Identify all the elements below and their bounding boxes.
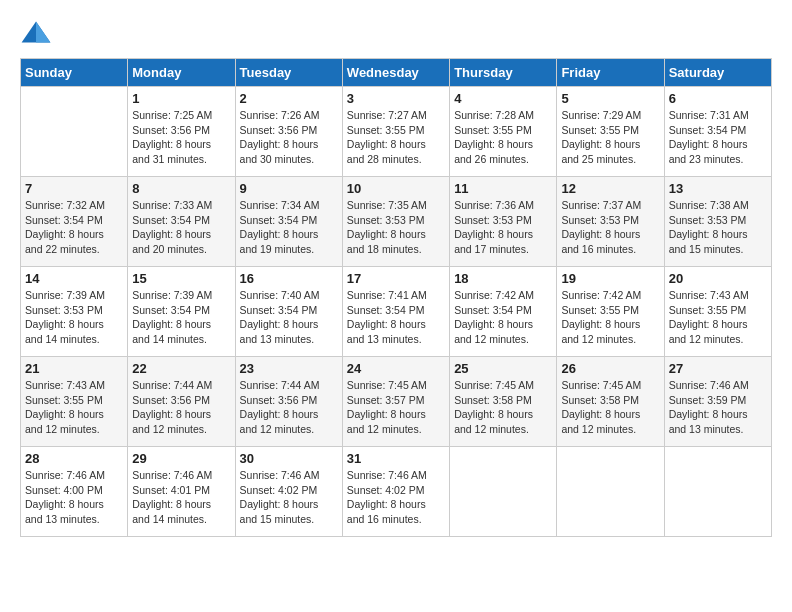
- day-info: Sunrise: 7:32 AMSunset: 3:54 PMDaylight:…: [25, 198, 123, 257]
- day-info: Sunrise: 7:44 AMSunset: 3:56 PMDaylight:…: [132, 378, 230, 437]
- day-number: 11: [454, 181, 552, 196]
- day-number: 30: [240, 451, 338, 466]
- svg-marker-1: [36, 22, 50, 43]
- calendar-cell: [21, 87, 128, 177]
- calendar-week-row: 21Sunrise: 7:43 AMSunset: 3:55 PMDayligh…: [21, 357, 772, 447]
- day-number: 6: [669, 91, 767, 106]
- day-number: 22: [132, 361, 230, 376]
- weekday-header: Sunday: [21, 59, 128, 87]
- day-number: 5: [561, 91, 659, 106]
- day-number: 12: [561, 181, 659, 196]
- day-info: Sunrise: 7:46 AMSunset: 4:01 PMDaylight:…: [132, 468, 230, 527]
- day-info: Sunrise: 7:29 AMSunset: 3:55 PMDaylight:…: [561, 108, 659, 167]
- day-info: Sunrise: 7:39 AMSunset: 3:53 PMDaylight:…: [25, 288, 123, 347]
- day-info: Sunrise: 7:31 AMSunset: 3:54 PMDaylight:…: [669, 108, 767, 167]
- calendar-cell: [557, 447, 664, 537]
- calendar-cell: 16Sunrise: 7:40 AMSunset: 3:54 PMDayligh…: [235, 267, 342, 357]
- day-number: 13: [669, 181, 767, 196]
- calendar-cell: 22Sunrise: 7:44 AMSunset: 3:56 PMDayligh…: [128, 357, 235, 447]
- weekday-header: Saturday: [664, 59, 771, 87]
- day-number: 4: [454, 91, 552, 106]
- calendar-cell: 15Sunrise: 7:39 AMSunset: 3:54 PMDayligh…: [128, 267, 235, 357]
- day-number: 19: [561, 271, 659, 286]
- day-info: Sunrise: 7:35 AMSunset: 3:53 PMDaylight:…: [347, 198, 445, 257]
- logo-icon: [20, 20, 52, 48]
- calendar-week-row: 14Sunrise: 7:39 AMSunset: 3:53 PMDayligh…: [21, 267, 772, 357]
- day-number: 24: [347, 361, 445, 376]
- calendar-cell: 8Sunrise: 7:33 AMSunset: 3:54 PMDaylight…: [128, 177, 235, 267]
- calendar-cell: 12Sunrise: 7:37 AMSunset: 3:53 PMDayligh…: [557, 177, 664, 267]
- day-number: 27: [669, 361, 767, 376]
- day-number: 2: [240, 91, 338, 106]
- calendar-body: 1Sunrise: 7:25 AMSunset: 3:56 PMDaylight…: [21, 87, 772, 537]
- calendar-cell: 13Sunrise: 7:38 AMSunset: 3:53 PMDayligh…: [664, 177, 771, 267]
- day-number: 9: [240, 181, 338, 196]
- calendar-cell: 17Sunrise: 7:41 AMSunset: 3:54 PMDayligh…: [342, 267, 449, 357]
- day-number: 26: [561, 361, 659, 376]
- day-info: Sunrise: 7:44 AMSunset: 3:56 PMDaylight:…: [240, 378, 338, 437]
- day-info: Sunrise: 7:37 AMSunset: 3:53 PMDaylight:…: [561, 198, 659, 257]
- day-info: Sunrise: 7:36 AMSunset: 3:53 PMDaylight:…: [454, 198, 552, 257]
- calendar-cell: 26Sunrise: 7:45 AMSunset: 3:58 PMDayligh…: [557, 357, 664, 447]
- day-number: 8: [132, 181, 230, 196]
- calendar-cell: 1Sunrise: 7:25 AMSunset: 3:56 PMDaylight…: [128, 87, 235, 177]
- weekday-header: Tuesday: [235, 59, 342, 87]
- calendar-cell: 18Sunrise: 7:42 AMSunset: 3:54 PMDayligh…: [450, 267, 557, 357]
- day-info: Sunrise: 7:34 AMSunset: 3:54 PMDaylight:…: [240, 198, 338, 257]
- calendar-cell: 2Sunrise: 7:26 AMSunset: 3:56 PMDaylight…: [235, 87, 342, 177]
- weekday-header: Thursday: [450, 59, 557, 87]
- day-number: 20: [669, 271, 767, 286]
- calendar-table: SundayMondayTuesdayWednesdayThursdayFrid…: [20, 58, 772, 537]
- day-info: Sunrise: 7:39 AMSunset: 3:54 PMDaylight:…: [132, 288, 230, 347]
- calendar-cell: 31Sunrise: 7:46 AMSunset: 4:02 PMDayligh…: [342, 447, 449, 537]
- day-info: Sunrise: 7:38 AMSunset: 3:53 PMDaylight:…: [669, 198, 767, 257]
- calendar-cell: 24Sunrise: 7:45 AMSunset: 3:57 PMDayligh…: [342, 357, 449, 447]
- day-info: Sunrise: 7:42 AMSunset: 3:55 PMDaylight:…: [561, 288, 659, 347]
- day-info: Sunrise: 7:28 AMSunset: 3:55 PMDaylight:…: [454, 108, 552, 167]
- day-info: Sunrise: 7:41 AMSunset: 3:54 PMDaylight:…: [347, 288, 445, 347]
- calendar-cell: 14Sunrise: 7:39 AMSunset: 3:53 PMDayligh…: [21, 267, 128, 357]
- calendar-cell: 19Sunrise: 7:42 AMSunset: 3:55 PMDayligh…: [557, 267, 664, 357]
- calendar-cell: 3Sunrise: 7:27 AMSunset: 3:55 PMDaylight…: [342, 87, 449, 177]
- day-number: 10: [347, 181, 445, 196]
- calendar-cell: 28Sunrise: 7:46 AMSunset: 4:00 PMDayligh…: [21, 447, 128, 537]
- calendar-cell: 29Sunrise: 7:46 AMSunset: 4:01 PMDayligh…: [128, 447, 235, 537]
- calendar-cell: 20Sunrise: 7:43 AMSunset: 3:55 PMDayligh…: [664, 267, 771, 357]
- weekday-header: Friday: [557, 59, 664, 87]
- day-info: Sunrise: 7:43 AMSunset: 3:55 PMDaylight:…: [669, 288, 767, 347]
- calendar-cell: 7Sunrise: 7:32 AMSunset: 3:54 PMDaylight…: [21, 177, 128, 267]
- calendar-cell: 9Sunrise: 7:34 AMSunset: 3:54 PMDaylight…: [235, 177, 342, 267]
- day-number: 1: [132, 91, 230, 106]
- day-number: 25: [454, 361, 552, 376]
- calendar-cell: 11Sunrise: 7:36 AMSunset: 3:53 PMDayligh…: [450, 177, 557, 267]
- day-number: 21: [25, 361, 123, 376]
- day-info: Sunrise: 7:46 AMSunset: 3:59 PMDaylight:…: [669, 378, 767, 437]
- day-info: Sunrise: 7:45 AMSunset: 3:58 PMDaylight:…: [454, 378, 552, 437]
- calendar-cell: 23Sunrise: 7:44 AMSunset: 3:56 PMDayligh…: [235, 357, 342, 447]
- calendar-cell: 30Sunrise: 7:46 AMSunset: 4:02 PMDayligh…: [235, 447, 342, 537]
- day-info: Sunrise: 7:26 AMSunset: 3:56 PMDaylight:…: [240, 108, 338, 167]
- calendar-week-row: 7Sunrise: 7:32 AMSunset: 3:54 PMDaylight…: [21, 177, 772, 267]
- calendar-header: SundayMondayTuesdayWednesdayThursdayFrid…: [21, 59, 772, 87]
- day-number: 7: [25, 181, 123, 196]
- day-info: Sunrise: 7:46 AMSunset: 4:00 PMDaylight:…: [25, 468, 123, 527]
- calendar-cell: [664, 447, 771, 537]
- logo: [20, 20, 56, 48]
- calendar-cell: 21Sunrise: 7:43 AMSunset: 3:55 PMDayligh…: [21, 357, 128, 447]
- weekday-row: SundayMondayTuesdayWednesdayThursdayFrid…: [21, 59, 772, 87]
- day-info: Sunrise: 7:43 AMSunset: 3:55 PMDaylight:…: [25, 378, 123, 437]
- calendar-week-row: 1Sunrise: 7:25 AMSunset: 3:56 PMDaylight…: [21, 87, 772, 177]
- calendar-cell: 6Sunrise: 7:31 AMSunset: 3:54 PMDaylight…: [664, 87, 771, 177]
- day-info: Sunrise: 7:42 AMSunset: 3:54 PMDaylight:…: [454, 288, 552, 347]
- day-number: 29: [132, 451, 230, 466]
- page-header: [20, 20, 772, 48]
- day-info: Sunrise: 7:46 AMSunset: 4:02 PMDaylight:…: [240, 468, 338, 527]
- day-number: 3: [347, 91, 445, 106]
- day-number: 14: [25, 271, 123, 286]
- day-info: Sunrise: 7:46 AMSunset: 4:02 PMDaylight:…: [347, 468, 445, 527]
- day-number: 17: [347, 271, 445, 286]
- day-info: Sunrise: 7:25 AMSunset: 3:56 PMDaylight:…: [132, 108, 230, 167]
- day-info: Sunrise: 7:27 AMSunset: 3:55 PMDaylight:…: [347, 108, 445, 167]
- weekday-header: Monday: [128, 59, 235, 87]
- calendar-week-row: 28Sunrise: 7:46 AMSunset: 4:00 PMDayligh…: [21, 447, 772, 537]
